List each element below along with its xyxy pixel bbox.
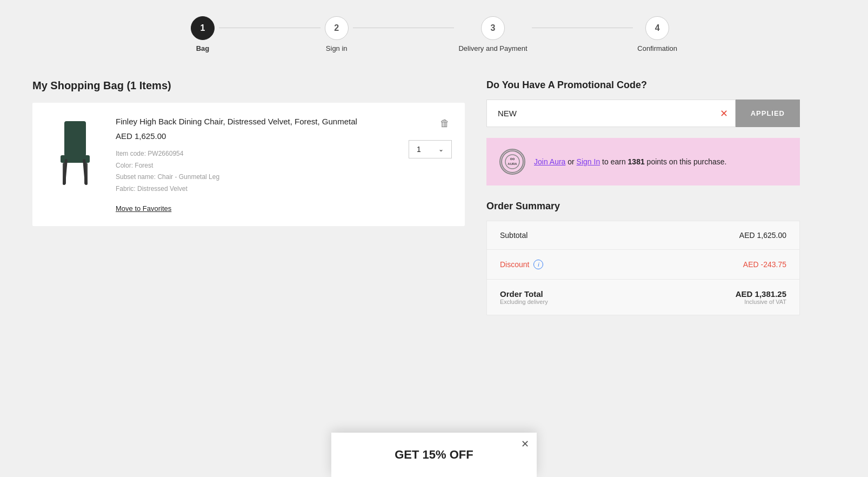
popup-close-button[interactable]: ✕ bbox=[521, 438, 529, 450]
step-1: 1 Bag bbox=[191, 16, 215, 52]
bag-title: My Shopping Bag (1 Items) bbox=[32, 80, 465, 92]
svg-text:AURA: AURA bbox=[508, 162, 517, 165]
step-3-circle: 3 bbox=[481, 16, 505, 40]
cart-item-actions: 🗑 1 ⌄ bbox=[409, 116, 452, 158]
step-3-label: Delivery and Payment bbox=[458, 44, 527, 52]
summary-row-discount: Discount i AED -243.75 bbox=[487, 250, 799, 280]
right-column: Do You Have A Promotional Code? ✕ APPLIE… bbox=[486, 80, 800, 315]
order-summary-title: Order Summary bbox=[486, 201, 800, 212]
aura-logo: oo AURA bbox=[499, 149, 525, 175]
step-4-circle: 4 bbox=[645, 16, 669, 40]
step-4-label: Confirmation bbox=[637, 44, 677, 52]
quantity-selector[interactable]: 1 ⌄ bbox=[409, 140, 452, 158]
step-2-circle: 2 bbox=[325, 16, 349, 40]
step-1-label: Bag bbox=[196, 44, 210, 52]
excluding-delivery: Excluding delivery bbox=[500, 299, 548, 305]
step-line-1 bbox=[219, 28, 321, 28]
discount-value: AED -243.75 bbox=[743, 260, 786, 269]
aura-or-text: or bbox=[567, 157, 576, 166]
subtotal-value: AED 1,625.00 bbox=[739, 231, 786, 240]
apply-promo-button[interactable]: APPLIED bbox=[736, 100, 800, 127]
aura-banner: oo AURA Join Aura or Sign In to earn 138… bbox=[486, 138, 800, 186]
delete-item-button[interactable]: 🗑 bbox=[438, 116, 452, 131]
aura-text: Join Aura or Sign In to earn 1381 points… bbox=[534, 156, 727, 168]
promo-title: Do You Have A Promotional Code? bbox=[486, 80, 800, 91]
popup-title: GET 15% OFF bbox=[395, 448, 473, 462]
summary-row-subtotal: Subtotal AED 1,625.00 bbox=[487, 221, 799, 250]
quantity-value: 1 bbox=[417, 145, 421, 154]
trash-icon: 🗑 bbox=[440, 118, 450, 129]
svg-point-6 bbox=[502, 151, 523, 173]
promo-code-row: ✕ APPLIED bbox=[486, 100, 800, 127]
join-aura-link[interactable]: Join Aura bbox=[534, 157, 565, 166]
order-summary-box: Subtotal AED 1,625.00 Discount i AED -24… bbox=[486, 221, 800, 315]
discount-info-icon[interactable]: i bbox=[533, 260, 543, 269]
step-4: 4 Confirmation bbox=[637, 16, 677, 52]
step-3: 3 Delivery and Payment bbox=[458, 16, 527, 52]
promo-code-input[interactable] bbox=[486, 100, 736, 127]
main-layout: My Shopping Bag (1 Items) Fin bbox=[0, 63, 868, 332]
aura-text-after: to earn 1381 points on this purchase. bbox=[602, 157, 726, 166]
summary-row-total: Order Total Excluding delivery AED 1,381… bbox=[487, 280, 799, 315]
discount-label: Discount i bbox=[500, 260, 543, 269]
left-column: My Shopping Bag (1 Items) Fin bbox=[32, 80, 465, 226]
subtotal-label: Subtotal bbox=[500, 231, 528, 240]
chair-illustration bbox=[51, 118, 99, 189]
stepper-container: 1 Bag 2 Sign in 3 Delivery and Payment 4… bbox=[0, 0, 868, 63]
cart-item-details: Finley High Back Dining Chair, Distresse… bbox=[116, 116, 398, 213]
step-line-2 bbox=[353, 28, 455, 28]
total-value: AED 1,381.25 bbox=[736, 289, 786, 299]
stepper: 1 Bag 2 Sign in 3 Delivery and Payment 4… bbox=[191, 16, 677, 52]
cart-item-card: Finley High Back Dining Chair, Distresse… bbox=[32, 103, 465, 226]
cart-item-price: AED 1,625.00 bbox=[116, 131, 398, 141]
promo-input-wrapper: ✕ bbox=[486, 100, 736, 127]
cart-item-image bbox=[45, 116, 105, 191]
svg-rect-0 bbox=[64, 121, 86, 156]
signin-link[interactable]: Sign In bbox=[577, 157, 600, 166]
step-line-3 bbox=[532, 28, 633, 28]
step-2-label: Sign in bbox=[326, 44, 348, 52]
chevron-down-icon: ⌄ bbox=[438, 145, 444, 153]
step-1-circle: 1 bbox=[191, 16, 215, 40]
popup-banner: ✕ GET 15% OFF bbox=[331, 433, 537, 477]
cart-item-meta: Item code: PW2660954 Color: Forest Subse… bbox=[116, 148, 398, 195]
total-label: Order Total bbox=[500, 289, 548, 299]
step-2: 2 Sign in bbox=[325, 16, 349, 52]
svg-text:oo: oo bbox=[510, 157, 515, 161]
promo-clear-button[interactable]: ✕ bbox=[720, 108, 728, 120]
move-to-favorites-button[interactable]: Move to Favorites bbox=[116, 204, 171, 213]
inclusive-vat: Inclusive of VAT bbox=[736, 299, 786, 305]
cart-item-name: Finley High Back Dining Chair, Distresse… bbox=[116, 116, 398, 127]
